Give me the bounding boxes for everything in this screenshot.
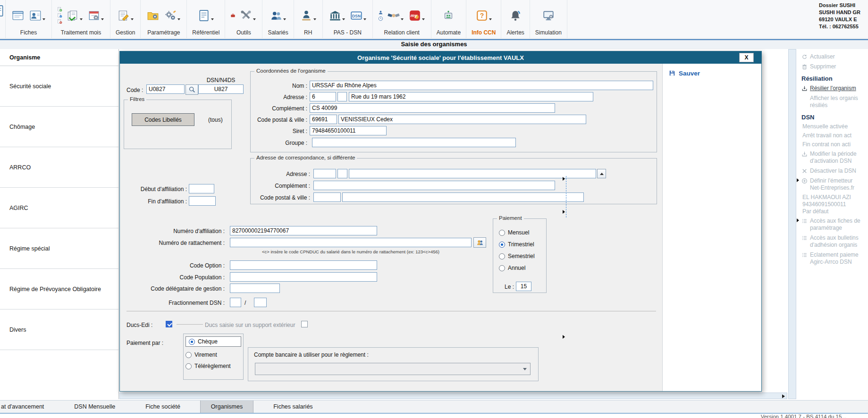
corr-adresse-bis-input[interactable] (337, 169, 347, 178)
acces-bulletins-adhesion-button[interactable]: Accès aux bulletins d'adhésion organis (801, 233, 868, 250)
dropdown-caret-icon[interactable] (342, 18, 345, 20)
ducs-exterieur-checkbox[interactable] (301, 321, 308, 327)
debut-affiliation-input[interactable] (189, 184, 214, 193)
sidebar-item-divers[interactable]: Divers (0, 309, 118, 350)
nom-input[interactable]: URSSAF du Rhône Alpes (310, 81, 653, 90)
paiement-par-option-telereglement[interactable]: Télérèglement (185, 363, 241, 369)
toolbar-button-bank[interactable] (328, 8, 346, 23)
sidebar-item-agirc[interactable]: AGIRC (0, 188, 118, 228)
toolbar-button-question-box[interactable]: ? (475, 8, 493, 23)
adresse-rue-input[interactable]: Rue du 19 mars 1962 (349, 92, 593, 101)
afficher-organismes-resilies-button[interactable]: Afficher les organis résiliés (801, 93, 868, 110)
paiement-par-option-virement[interactable]: Virement (185, 351, 241, 358)
bottom-tab-fiche-societe[interactable]: Fiche société (135, 401, 191, 413)
corr-cp-input[interactable] (313, 192, 341, 202)
le-input[interactable]: 15 (516, 282, 531, 291)
corr-adresse-rue-input[interactable] (349, 169, 596, 178)
scroll-right-arrow-icon[interactable] (782, 394, 785, 398)
toolbar-group-label-fiches[interactable]: Fiches (20, 28, 37, 37)
dropdown-caret-icon[interactable] (313, 18, 316, 20)
toolbar-button-folder-params[interactable] (146, 8, 160, 23)
fractionnement-input-1[interactable] (230, 298, 241, 307)
dropdown-caret-icon[interactable] (211, 18, 214, 20)
dropdown-caret-icon[interactable] (42, 18, 45, 20)
vertical-scrollbar[interactable] (788, 49, 796, 399)
fractionnement-input-2[interactable] (254, 298, 267, 307)
bottom-tab-dsn-mensuelle[interactable]: DSN Mensuelle (64, 401, 126, 413)
corr-adresse-up-button[interactable] (597, 169, 606, 178)
toolbar-button-person-hand[interactable] (299, 8, 317, 23)
dropdown-caret-icon[interactable] (422, 18, 425, 20)
toolbar-button-robot[interactable] (441, 8, 455, 23)
toolbar-group-label-automate[interactable]: Automate (437, 28, 461, 37)
toolbar-button-hammer-wrench[interactable] (239, 8, 257, 23)
toolbar-group-label-parametrage[interactable]: Paramétrage (147, 28, 180, 37)
toolbar-button-gears[interactable] (163, 8, 181, 23)
ducs-edi-checkbox[interactable] (166, 321, 172, 327)
code-option-input[interactable] (230, 260, 377, 270)
toolbar-group-label-pas-dsn[interactable]: PAS - DSN (334, 28, 362, 37)
toolbar-button-dsn-box[interactable]: DSN (349, 8, 367, 23)
expand-arrow-icon[interactable] (563, 335, 565, 339)
toolbar-group-label-gestion[interactable]: Gestion (116, 28, 135, 37)
adresse-num-input[interactable]: 6 (310, 92, 336, 101)
resilier-organisme-button[interactable]: Résilier l'organism (801, 84, 868, 93)
numero-affiliation-input[interactable]: 827000002194770067 (230, 226, 377, 235)
paiement-option-mensuel[interactable]: Mensuel (499, 229, 535, 236)
code-population-input[interactable] (230, 272, 377, 282)
expand-arrow-icon[interactable] (797, 178, 799, 182)
toolbar-button-doc-list[interactable] (197, 8, 215, 23)
complement-input[interactable]: CS 40099 (310, 103, 555, 113)
toolbar-button-bulletin[interactable] (66, 8, 84, 23)
desactiver-dsn-button[interactable]: Désactiver la DSN (801, 166, 868, 176)
sidebar-item-regime-de-prevoyance-obligatoire[interactable]: Régime de Prévoyance Obligatoire (0, 269, 118, 309)
splitter-handle[interactable] (566, 176, 566, 217)
modifier-periode-dsn-button[interactable]: Modifier la période d'activation DSN (801, 149, 868, 166)
delete-button[interactable]: Supprimer (801, 62, 868, 72)
dropdown-caret-icon[interactable] (131, 18, 134, 20)
dropdown-caret-icon[interactable] (489, 18, 492, 20)
toolbar-group-label-rh[interactable]: RH (304, 28, 312, 37)
adresse-bis-input[interactable] (337, 92, 347, 101)
sidebar-item-securite-sociale[interactable]: Sécurité sociale (0, 66, 118, 107)
toolbar-button-people[interactable] (269, 8, 287, 23)
paiement-option-trimestriel[interactable]: Trimestriel (499, 241, 535, 248)
acces-fiches-parametrage-button[interactable]: Accès aux fiches de paramétrage (801, 216, 868, 233)
horizontal-scrollbar[interactable] (119, 393, 787, 399)
dropdown-caret-icon[interactable] (283, 18, 286, 20)
save-button[interactable]: Sauver (668, 69, 756, 77)
refresh-button[interactable]: Actualiser (801, 52, 868, 62)
dropdown-caret-icon[interactable] (80, 18, 83, 20)
rattachement-helper-button[interactable] (473, 237, 486, 248)
toolbar-group-label-alertes[interactable]: Alertes (506, 28, 524, 37)
dialog-close-button[interactable]: X (739, 53, 754, 62)
cp-input[interactable]: 69691 (310, 115, 337, 124)
corr-complement-input[interactable] (313, 181, 555, 190)
toolbar-button-monitor-gear[interactable] (541, 8, 556, 23)
toolbar-button-list-pencil[interactable] (117, 8, 135, 23)
bottom-tab-organismes[interactable]: Organismes (200, 401, 253, 413)
toolbar-group-label-relation-client[interactable]: Relation client (384, 28, 420, 37)
toolbar-button-index-card[interactable] (11, 8, 25, 23)
dropdown-caret-icon[interactable] (401, 18, 404, 20)
ville-input[interactable]: VENISSIEUX Cedex (338, 115, 586, 124)
toolbar-button-person-card[interactable] (28, 8, 46, 23)
toolbar-group-label-simulation[interactable]: Simulation (535, 28, 562, 37)
codes-libelles-button[interactable]: Codes Libellés (132, 113, 194, 126)
toolbar-button-my-red[interactable]: my (408, 8, 426, 23)
toolbar-group-label-outils[interactable]: Outils (236, 28, 251, 37)
paiement-option-semestriel[interactable]: Semestriel (499, 253, 535, 259)
groupe-input[interactable] (312, 138, 516, 147)
toolbar-button-calendar-gear[interactable] (87, 8, 105, 23)
toolbar-group-label-info-ccn[interactable]: Info CCN (472, 28, 496, 37)
expand-arrow-icon[interactable] (797, 218, 799, 222)
numero-rattachement-input[interactable] (230, 238, 472, 247)
code-search-button[interactable] (185, 84, 198, 95)
bottom-tab-at-d-avancement[interactable]: at d'avancement (0, 401, 54, 413)
dropdown-caret-icon[interactable] (363, 18, 366, 20)
paiement-par-option-cheque[interactable]: Chèque (185, 336, 241, 347)
expand-arrow-icon[interactable] (563, 177, 565, 181)
paiement-option-annuel[interactable]: Annuel (499, 265, 535, 271)
siret-input[interactable]: 79484650100011 (310, 126, 387, 135)
compte-bancaire-select[interactable] (255, 363, 531, 375)
